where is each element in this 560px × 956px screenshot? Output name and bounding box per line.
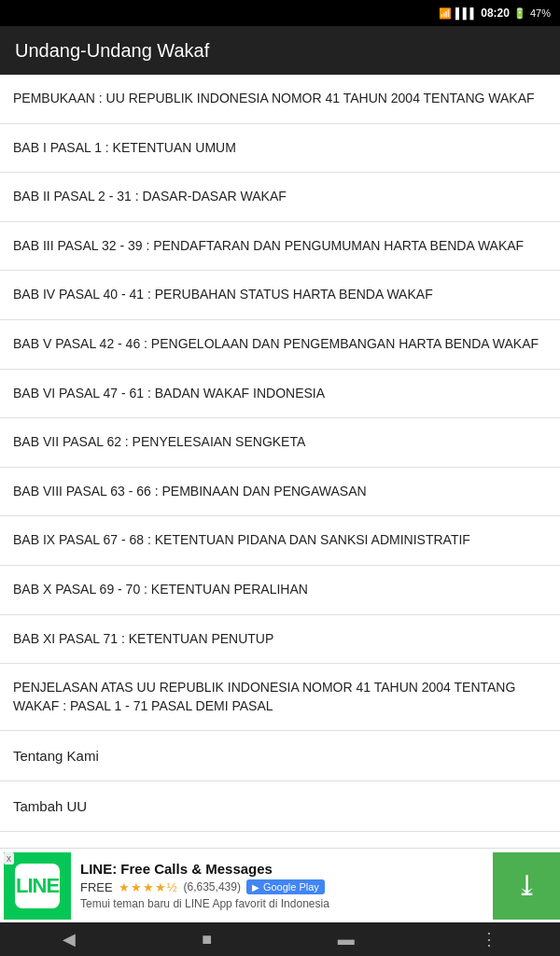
ad-subtitle: Temui teman baru di LINE App favorit di … bbox=[80, 897, 483, 910]
ad-app-name: LINE: Free Calls & Messages bbox=[80, 861, 483, 877]
google-play-badge[interactable]: ▶ Google Play bbox=[246, 879, 325, 894]
menu-list: PEMBUKAAN : UU REPUBLIK INDONESIA NOMOR … bbox=[0, 75, 560, 848]
ad-rating-row: FREE ★★★★½ (6,635,439) ▶ Google Play bbox=[80, 879, 483, 894]
wifi-icon: 📶 bbox=[439, 7, 452, 20]
list-item-text: BAB I PASAL 1 : KETENTUAN UMUM bbox=[13, 140, 236, 155]
signal-icon: ▌▌▌ bbox=[455, 7, 477, 19]
page-title: Undang-Undang Wakaf bbox=[15, 40, 209, 62]
list-item-item-bab1[interactable]: BAB I PASAL 1 : KETENTUAN UMUM bbox=[0, 124, 560, 174]
line-logo-text: LINE bbox=[16, 874, 59, 898]
list-item-item-bab3[interactable]: BAB III PASAL 32 - 39 : PENDAFTARAN DAN … bbox=[0, 222, 560, 272]
status-bar: 📶 ▌▌▌ 08:20 🔋 47% bbox=[0, 0, 560, 26]
list-item-text: BAB XI PASAL 71 : KETENTUAN PENUTUP bbox=[13, 631, 273, 646]
list-item-item-bab10[interactable]: BAB X PASAL 69 - 70 : KETENTUAN PERALIHA… bbox=[0, 566, 560, 615]
list-item-text: Tentang Kami bbox=[13, 748, 99, 764]
status-icons: 📶 ▌▌▌ 08:20 🔋 47% bbox=[439, 7, 551, 20]
list-item-text: BAB VIII PASAL 63 - 66 : PEMBINAAN DAN P… bbox=[13, 484, 367, 499]
line-logo-container: LINE bbox=[15, 864, 60, 908]
list-item-item-penjelasan[interactable]: PENJELASAN ATAS UU REPUBLIK INDONESIA NO… bbox=[0, 664, 560, 731]
ad-close-button[interactable]: x bbox=[4, 852, 14, 865]
ad-content-area: LINE: Free Calls & Messages FREE ★★★★½ (… bbox=[71, 855, 493, 916]
list-item-item-pembukaan[interactable]: PEMBUKAAN : UU REPUBLIK INDONESIA NOMOR … bbox=[0, 75, 560, 124]
list-item-item-bab4[interactable]: BAB IV PASAL 40 - 41 : PERUBAHAN STATUS … bbox=[0, 271, 560, 320]
list-item-item-tentang[interactable]: Tentang Kami bbox=[0, 731, 560, 781]
list-item-item-bab9[interactable]: BAB IX PASAL 67 - 68 : KETENTUAN PIDANA … bbox=[0, 516, 560, 566]
status-time: 08:20 bbox=[481, 7, 510, 20]
list-item-text: Tambah UU bbox=[13, 798, 87, 814]
recent-button[interactable]: ▬ bbox=[323, 926, 370, 953]
list-item-text: BAB VII PASAL 62 : PENYELESAIAN SENGKETA bbox=[13, 434, 305, 449]
list-item-item-aplikasi[interactable]: Aplikasi UU Lain bbox=[0, 832, 560, 848]
list-item-text: BAB X PASAL 69 - 70 : KETENTUAN PERALIHA… bbox=[13, 582, 308, 597]
battery-percent: 47% bbox=[530, 7, 551, 19]
list-item-text: BAB IX PASAL 67 - 68 : KETENTUAN PIDANA … bbox=[13, 532, 470, 547]
download-icon: ⤓ bbox=[515, 869, 539, 902]
list-item-item-bab2[interactable]: BAB II PASAL 2 - 31 : DASAR-DASAR WAKAF bbox=[0, 173, 560, 222]
menu-button[interactable]: ⋮ bbox=[466, 925, 512, 953]
bottom-navigation: ◀ ■ ▬ ⋮ bbox=[0, 922, 560, 956]
ad-banner: x LINE LINE: Free Calls & Messages FREE … bbox=[0, 848, 560, 922]
list-item-text: BAB III PASAL 32 - 39 : PENDAFTARAN DAN … bbox=[13, 238, 524, 253]
list-item-item-bab7[interactable]: BAB VII PASAL 62 : PENYELESAIAN SENGKETA bbox=[0, 418, 560, 468]
play-triangle-icon: ▶ bbox=[252, 882, 259, 893]
list-item-item-bab6[interactable]: BAB VI PASAL 47 - 61 : BADAN WAKAF INDON… bbox=[0, 370, 560, 419]
home-button[interactable]: ■ bbox=[187, 926, 227, 953]
google-play-label: Google Play bbox=[263, 881, 319, 893]
list-item-item-bab8[interactable]: BAB VIII PASAL 63 - 66 : PEMBINAAN DAN P… bbox=[0, 468, 560, 517]
ad-review-count: (6,635,439) bbox=[184, 880, 241, 893]
back-button[interactable]: ◀ bbox=[48, 925, 91, 953]
list-item-item-bab5[interactable]: BAB V PASAL 42 - 46 : PENGELOLAAN DAN PE… bbox=[0, 320, 560, 370]
list-item-item-tambah[interactable]: Tambah UU bbox=[0, 781, 560, 832]
battery-icon: 🔋 bbox=[513, 7, 526, 20]
list-item-text: PENJELASAN ATAS UU REPUBLIK INDONESIA NO… bbox=[13, 680, 515, 713]
list-item-item-bab11[interactable]: BAB XI PASAL 71 : KETENTUAN PENUTUP bbox=[0, 615, 560, 665]
list-item-text: BAB VI PASAL 47 - 61 : BADAN WAKAF INDON… bbox=[13, 386, 325, 401]
ad-download-button[interactable]: ⤓ bbox=[493, 852, 560, 920]
ad-stars: ★★★★½ bbox=[119, 880, 178, 894]
list-item-text: PEMBUKAAN : UU REPUBLIK INDONESIA NOMOR … bbox=[13, 91, 535, 105]
list-item-text: BAB II PASAL 2 - 31 : DASAR-DASAR WAKAF bbox=[13, 189, 287, 204]
title-bar: Undang-Undang Wakaf bbox=[0, 26, 560, 75]
ad-free-label: FREE bbox=[80, 880, 113, 894]
list-item-text: BAB IV PASAL 40 - 41 : PERUBAHAN STATUS … bbox=[13, 287, 433, 302]
list-item-text: BAB V PASAL 42 - 46 : PENGELOLAAN DAN PE… bbox=[13, 336, 539, 351]
